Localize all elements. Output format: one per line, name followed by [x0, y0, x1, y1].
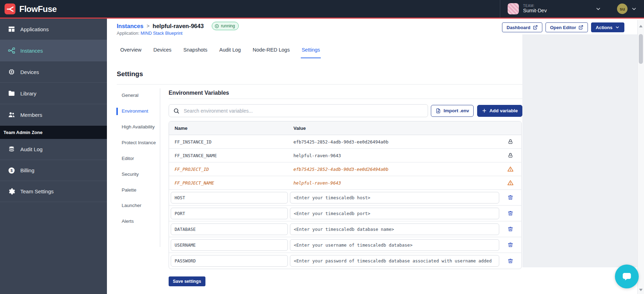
- application-link[interactable]: MIND Stack Blueprint: [141, 31, 182, 36]
- sidebar-item-label: Applications: [20, 26, 49, 32]
- sidebar-item-label: Team Settings: [20, 188, 54, 194]
- subnav-divider: [160, 88, 160, 247]
- tab-audit-log[interactable]: Audit Log: [219, 46, 242, 58]
- members-icon: [8, 111, 15, 119]
- subnav-high-availability[interactable]: High Availability: [116, 123, 158, 131]
- import-env-button[interactable]: Import .env: [431, 105, 474, 117]
- delete-variable-button[interactable]: [500, 211, 521, 216]
- tab-overview[interactable]: Overview: [120, 46, 142, 58]
- variable-value: efb75425-2852-4adb-90d3-ee0d26494a0b: [290, 139, 500, 145]
- sidebar-item-library[interactable]: Library: [0, 83, 107, 104]
- sidebar-item-label: Library: [20, 91, 36, 96]
- team-switcher[interactable]: TEAM: Sumit-Dev: [508, 0, 547, 18]
- table-row: FF_INSTANCE_ID efb75425-2852-4adb-90d3-e…: [169, 135, 521, 149]
- sidebar-item-team-settings[interactable]: Team Settings: [0, 181, 107, 202]
- sidebar-item-label: Billing: [20, 167, 34, 173]
- user-chevron-down-icon: [631, 6, 637, 12]
- save-settings-button[interactable]: Save settings: [169, 276, 205, 286]
- breadcrumb: Instances > helpful-raven-9643 running: [117, 22, 239, 30]
- svg-text:$: $: [11, 168, 13, 172]
- sidebar-item-label: Devices: [20, 69, 39, 75]
- brand-name: FlowFuse: [19, 4, 57, 14]
- table-row: FF_PROJECT_ID efb75425-2852-4adb-90d3-ee…: [169, 162, 521, 176]
- variable-value: helpful-raven-9643: [290, 180, 500, 186]
- flowfuse-logo-icon: [5, 4, 15, 14]
- variable-value: efb75425-2852-4adb-90d3-ee0d26494a0b: [290, 167, 500, 172]
- sidebar-item-audit-log[interactable]: Audit Log: [0, 139, 107, 160]
- top-navigation-bar: FlowFuse TEAM: Sumit-Dev su: [0, 0, 644, 19]
- delete-variable-button[interactable]: [500, 242, 521, 248]
- environment-toolbar: Import .env Add variable: [169, 104, 522, 117]
- variable-name: FF_PROJECT_NAME: [169, 180, 290, 186]
- subnav-security[interactable]: Security: [116, 171, 158, 178]
- environment-variables-table: Name Value FF_INSTANCE_ID efb75425-2852-…: [169, 121, 522, 269]
- variable-name-input[interactable]: [171, 192, 288, 203]
- tab-settings[interactable]: Settings: [301, 46, 320, 58]
- variable-value: helpful-raven-9643: [290, 153, 500, 158]
- breadcrumb-instances-link[interactable]: Instances: [117, 23, 143, 29]
- team-admin-zone-band: Team Admin Zone: [0, 126, 107, 139]
- chat-widget-button[interactable]: [615, 265, 639, 288]
- search-input[interactable]: [183, 108, 423, 114]
- sidebar-item-billing[interactable]: $ Billing: [0, 160, 107, 181]
- subnav-launcher[interactable]: Launcher: [116, 202, 158, 209]
- add-variable-button[interactable]: Add variable: [477, 105, 522, 117]
- gear-icon: [8, 188, 15, 195]
- page-scrollbar[interactable]: [637, 20, 644, 294]
- delete-variable-button[interactable]: [500, 195, 521, 200]
- variable-name-input[interactable]: [171, 255, 288, 267]
- tab-snapshots[interactable]: Snapshots: [183, 46, 208, 58]
- sidebar-item-label: Instances: [20, 48, 43, 54]
- user-menu[interactable]: su: [617, 0, 637, 18]
- folder-icon: [8, 89, 15, 97]
- scrollbar-up-arrow[interactable]: [639, 25, 643, 27]
- actions-dropdown-button[interactable]: Actions: [591, 22, 624, 32]
- variable-name-input[interactable]: [171, 239, 288, 251]
- subnav-general[interactable]: General: [116, 92, 158, 99]
- subnav-palette[interactable]: Palette: [116, 187, 158, 194]
- flowfuse-logo[interactable]: FlowFuse: [5, 4, 57, 14]
- variable-value-input[interactable]: [290, 255, 499, 267]
- team-name: Sumit-Dev: [523, 8, 547, 14]
- tab-node-red-logs[interactable]: Node-RED Logs: [252, 46, 291, 58]
- variable-value-input[interactable]: [290, 192, 499, 203]
- sidebar-item-instances[interactable]: Instances: [0, 40, 107, 61]
- subnav-environment[interactable]: Environment: [116, 108, 158, 115]
- dashboard-button[interactable]: Dashboard: [502, 22, 542, 32]
- flowfuse-app-window: FlowFuse TEAM: Sumit-Dev su Applications: [0, 0, 644, 294]
- database-icon: [8, 146, 15, 153]
- delete-variable-button[interactable]: [500, 226, 521, 232]
- variable-name: FF_INSTANCE_NAME: [169, 153, 290, 158]
- table-row: FF_INSTANCE_NAME helpful-raven-9643: [169, 149, 521, 162]
- page-title: helpful-raven-9643: [152, 23, 204, 29]
- scrollbar-thumb[interactable]: [639, 34, 643, 64]
- delete-variable-button[interactable]: [500, 258, 521, 264]
- table-row: FF_PROJECT_NAME helpful-raven-9643: [169, 176, 521, 190]
- subnav-protect-instance[interactable]: Protect Instance: [116, 139, 158, 147]
- tab-devices[interactable]: Devices: [152, 46, 172, 58]
- sidebar-item-devices[interactable]: Devices: [0, 61, 107, 83]
- lock-icon: [500, 139, 521, 145]
- variable-value-input[interactable]: [290, 223, 499, 235]
- scrollbar-down-arrow[interactable]: [639, 289, 643, 291]
- variable-name-input[interactable]: [171, 223, 288, 235]
- sidebar-item-applications[interactable]: Applications: [0, 19, 107, 40]
- settings-subnav: General Environment High Availability Pr…: [116, 92, 158, 234]
- applications-icon: [8, 25, 15, 33]
- chevron-down-icon: [615, 25, 620, 30]
- dollar-icon: $: [8, 167, 15, 174]
- sidebar: Applications Instances Devices Library M…: [0, 19, 107, 294]
- variable-name-input[interactable]: [171, 208, 288, 219]
- play-circle-icon: [215, 24, 219, 28]
- chat-icon: [621, 270, 633, 282]
- table-row: [169, 190, 521, 206]
- open-editor-button[interactable]: Open Editor: [545, 22, 588, 32]
- search-icon: [173, 108, 179, 114]
- column-header-value: Value: [290, 126, 500, 131]
- variable-value-input[interactable]: [290, 208, 499, 219]
- team-chevron-down-icon[interactable]: [595, 6, 601, 12]
- variable-value-input[interactable]: [290, 239, 499, 251]
- sidebar-item-members[interactable]: Members: [0, 104, 107, 126]
- subnav-alerts[interactable]: Alerts: [116, 218, 158, 225]
- subnav-editor[interactable]: Editor: [116, 155, 158, 162]
